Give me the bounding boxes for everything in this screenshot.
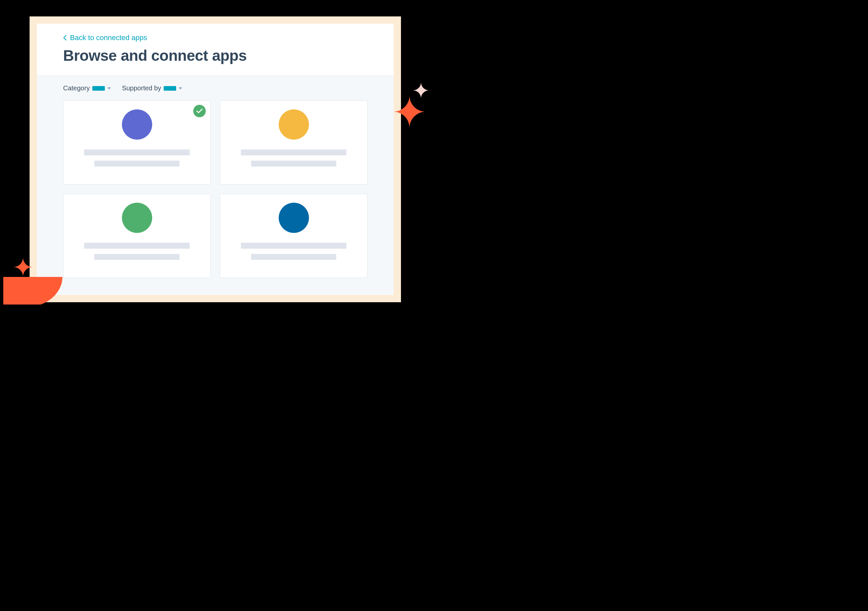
app-title-placeholder — [241, 243, 347, 249]
app-title-placeholder — [241, 150, 347, 155]
app-icon — [279, 109, 309, 139]
filter-bar: Category Supported by — [37, 76, 394, 98]
filter-supported-value-chip — [164, 86, 176, 91]
app-subtitle-placeholder — [251, 254, 336, 260]
app-grid — [37, 98, 394, 278]
chevron-left-icon — [63, 35, 67, 41]
app-title-placeholder — [84, 243, 190, 249]
app-frame: Back to connected apps Browse and connec… — [29, 16, 401, 302]
app-subtitle-placeholder — [95, 254, 180, 260]
chevron-down-icon — [179, 87, 182, 89]
app-subtitle-placeholder — [251, 161, 336, 167]
page-header: Back to connected apps Browse and connec… — [37, 24, 394, 76]
app-icon — [122, 203, 152, 233]
app-card[interactable] — [220, 194, 367, 278]
filter-category-label: Category — [63, 84, 90, 92]
app-title-placeholder — [84, 150, 190, 155]
filter-supported-label: Supported by — [122, 84, 161, 92]
app-subtitle-placeholder — [95, 161, 180, 167]
filter-category-value-chip — [92, 86, 105, 91]
filter-category[interactable]: Category — [63, 84, 111, 92]
chevron-down-icon — [107, 87, 111, 89]
app-card[interactable] — [220, 101, 367, 185]
connected-badge — [193, 105, 206, 117]
app-card[interactable] — [63, 101, 211, 185]
app-icon — [279, 203, 309, 233]
app-card[interactable] — [63, 194, 211, 278]
page-title: Browse and connect apps — [63, 46, 367, 64]
filter-supported-by[interactable]: Supported by — [122, 84, 182, 92]
app-panel: Back to connected apps Browse and connec… — [37, 24, 394, 295]
back-link-label: Back to connected apps — [70, 34, 147, 42]
app-icon — [122, 109, 152, 139]
back-link[interactable]: Back to connected apps — [63, 34, 147, 42]
